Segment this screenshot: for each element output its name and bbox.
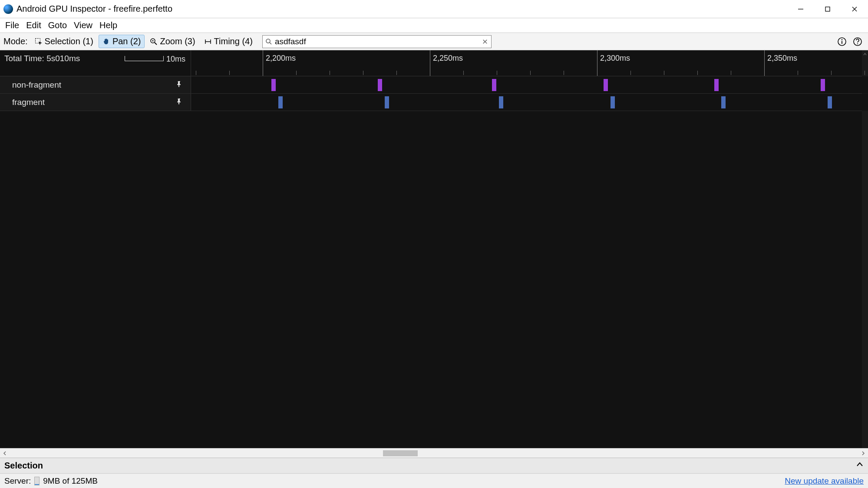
timeline-event-fragment[interactable] xyxy=(721,96,726,108)
track-label-non-fragment[interactable]: non-fragment xyxy=(0,76,191,93)
track-rows: non-fragment fragment xyxy=(0,76,868,111)
ruler-minor-tick xyxy=(865,71,865,75)
timeline-event-fragment[interactable] xyxy=(611,96,615,108)
chevron-right-icon xyxy=(861,451,865,455)
scale-indicator: 10ms xyxy=(125,55,185,64)
maximize-button[interactable] xyxy=(814,0,841,18)
scale-label: 10ms xyxy=(166,55,185,64)
timeline-event-non-fragment[interactable] xyxy=(271,79,276,91)
ruler-major-tick: 2,250ms xyxy=(430,50,463,76)
timeline-event-fragment[interactable] xyxy=(278,96,283,108)
status-bar: Server: 9MB of 125MB New update availabl… xyxy=(0,473,868,488)
pin-icon xyxy=(176,81,183,88)
total-time-label: Total Time: 5s010ms xyxy=(4,54,80,63)
ruler-minor-tick xyxy=(564,71,564,75)
ruler-minor-tick xyxy=(697,71,698,75)
track-label-fragment[interactable]: fragment xyxy=(0,94,191,111)
app-window: Android GPU Inspector - freefire.perfett… xyxy=(0,0,868,488)
timeline-ruler[interactable]: 2,200ms2,250ms2,300ms2,350ms xyxy=(191,50,868,76)
search-input[interactable] xyxy=(272,37,480,46)
memory-fill xyxy=(35,484,39,485)
svg-rect-1 xyxy=(825,7,830,11)
track-content-non-fragment[interactable] xyxy=(191,76,868,93)
chevron-up-icon xyxy=(856,461,864,468)
update-link[interactable]: New update available xyxy=(785,476,864,486)
pin-button[interactable] xyxy=(176,80,183,90)
ruler-minor-tick xyxy=(229,71,230,75)
ruler-minor-tick xyxy=(798,71,798,75)
server-label: Server: xyxy=(4,476,31,486)
svg-point-12 xyxy=(266,39,270,43)
search-icon xyxy=(265,38,272,45)
track-row-fragment: fragment xyxy=(0,94,868,111)
ruler-minor-tick xyxy=(196,71,196,75)
svg-point-17 xyxy=(842,39,842,40)
search-clear-button[interactable] xyxy=(480,36,490,47)
menu-file[interactable]: File xyxy=(2,19,23,32)
menu-bar: File Edit Goto View Help xyxy=(0,18,868,33)
window-controls xyxy=(787,0,868,18)
ruler-minor-tick xyxy=(363,71,363,75)
timing-mode-button[interactable]: Timing (4) xyxy=(201,35,256,48)
timing-icon xyxy=(204,38,212,46)
zoom-mode-label: Zoom (3) xyxy=(160,36,195,46)
ruler-minor-tick xyxy=(330,71,330,75)
svg-line-13 xyxy=(270,43,271,44)
close-button[interactable] xyxy=(841,0,868,18)
track-name: fragment xyxy=(12,98,45,107)
horizontal-scrollbar xyxy=(0,448,868,458)
scale-bracket xyxy=(125,56,164,61)
status-left: Server: 9MB of 125MB xyxy=(4,476,98,486)
mode-label: Mode: xyxy=(3,36,28,46)
timeline-event-non-fragment[interactable] xyxy=(604,79,608,91)
timeline-event-fragment[interactable] xyxy=(385,96,389,108)
toolbar: Mode: Selection (1) Pan (2) Zoom (3) Tim… xyxy=(0,33,868,50)
ruler-major-tick: 2,300ms xyxy=(597,50,630,76)
zoom-mode-button[interactable]: Zoom (3) xyxy=(146,35,198,48)
menu-help[interactable]: Help xyxy=(96,19,121,32)
menu-view[interactable]: View xyxy=(70,19,96,32)
help-button[interactable] xyxy=(851,35,865,49)
ruler-minor-tick xyxy=(296,71,297,75)
scroll-left-button[interactable] xyxy=(0,449,10,458)
info-icon xyxy=(837,37,847,46)
timeline-event-non-fragment[interactable] xyxy=(492,79,496,91)
timeline-event-fragment[interactable] xyxy=(499,96,503,108)
minimize-button[interactable] xyxy=(787,0,814,18)
title-bar: Android GPU Inspector - freefire.perfett… xyxy=(0,0,868,18)
app-icon xyxy=(3,4,13,14)
selection-mode-button[interactable]: Selection (1) xyxy=(31,35,97,48)
help-icon xyxy=(853,37,862,46)
timeline-event-fragment[interactable] xyxy=(828,96,832,108)
scroll-right-button[interactable] xyxy=(858,449,868,458)
svg-point-20 xyxy=(857,43,858,44)
info-button[interactable] xyxy=(835,35,849,49)
ruler-minor-tick xyxy=(530,71,531,75)
menu-edit[interactable]: Edit xyxy=(23,19,44,32)
timeline-header: Total Time: 5s010ms 10ms 2,200ms2,250ms2… xyxy=(0,50,868,76)
timeline-area: Total Time: 5s010ms 10ms 2,200ms2,250ms2… xyxy=(0,50,868,448)
ruler-minor-tick xyxy=(831,71,832,75)
scroll-thumb[interactable] xyxy=(383,450,418,456)
timeline-event-non-fragment[interactable] xyxy=(378,79,382,91)
timeline-event-non-fragment[interactable] xyxy=(714,79,719,91)
timing-mode-label: Timing (4) xyxy=(214,36,253,46)
menu-goto[interactable]: Goto xyxy=(45,19,70,32)
pin-button[interactable] xyxy=(176,98,183,107)
search-box xyxy=(262,35,492,48)
pan-mode-button[interactable]: Pan (2) xyxy=(99,35,145,48)
scroll-track[interactable] xyxy=(10,449,858,458)
ruler-major-tick: 2,200ms xyxy=(263,50,296,76)
selection-panel-header[interactable]: Selection xyxy=(0,458,868,473)
track-name: non-fragment xyxy=(12,80,61,90)
track-row-non-fragment: non-fragment xyxy=(0,76,868,94)
selection-panel-toggle[interactable] xyxy=(856,461,864,471)
selection-mode-label: Selection (1) xyxy=(45,36,93,46)
ruler-minor-tick xyxy=(497,71,497,75)
selection-panel-title: Selection xyxy=(4,461,43,471)
timeline-event-non-fragment[interactable] xyxy=(821,79,825,91)
track-content-fragment[interactable] xyxy=(191,94,868,111)
timeline-empty-area[interactable] xyxy=(0,111,868,448)
total-time-cell: Total Time: 5s010ms 10ms xyxy=(0,50,191,76)
hand-icon xyxy=(102,38,110,46)
